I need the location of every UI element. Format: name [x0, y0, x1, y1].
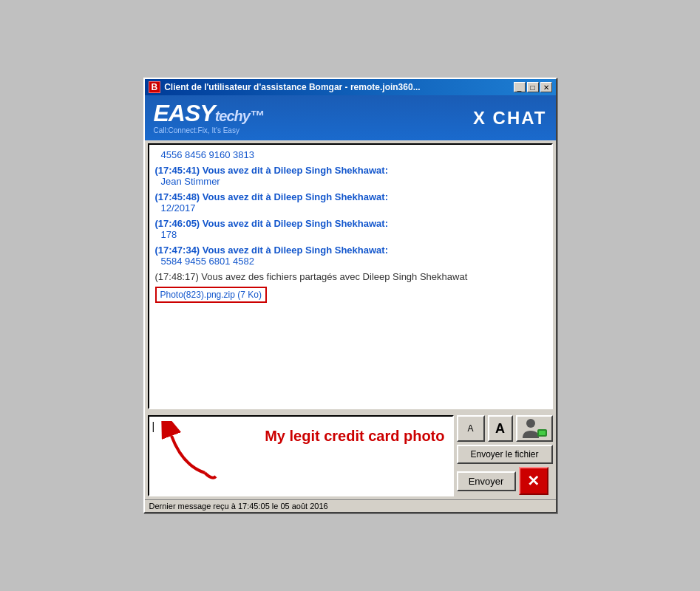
svg-rect-3 — [539, 431, 546, 435]
cursor: | — [152, 420, 155, 432]
title-bar: B Client de l'utilisateur d'assistance B… — [145, 79, 556, 95]
status-bar: Dernier message reçu à 17:45:05 le 05 ao… — [145, 499, 556, 512]
font-buttons-row: A A — [457, 415, 553, 442]
chat-file-link[interactable]: Photo(823).png.zip (7 Ko) — [155, 287, 267, 303]
svg-point-1 — [526, 419, 535, 428]
header: EASYtechy™ Call:Connect:Fix, It's Easy X… — [145, 95, 556, 140]
annotation-text: My legit credit card photo — [265, 428, 444, 445]
font-large-button[interactable]: A — [488, 415, 513, 442]
maximize-button[interactable]: □ — [527, 82, 539, 92]
annotation-arrow — [160, 421, 234, 480]
chat-msg-7: (17:47:34) Vous avez dit à Dileep Singh … — [155, 245, 546, 256]
message-input-area[interactable]: | My legit credit card photo — [148, 415, 454, 496]
send-button[interactable]: Envoyer — [457, 471, 516, 491]
window-title: Client de l'utilisateur d'assistance Bom… — [164, 82, 420, 92]
brand-easy: EASY — [154, 100, 215, 126]
chat-msg-4: 12/2017 — [161, 202, 546, 213]
send-file-button[interactable]: Envoyer le fichier — [457, 445, 553, 464]
title-buttons: _ □ ✕ — [514, 82, 552, 92]
brand: EASYtechy™ Call:Connect:Fix, It's Easy — [154, 101, 264, 134]
brand-tagline: Call:Connect:Fix, It's Easy — [154, 126, 264, 134]
title-bar-left: B Client de l'utilisateur d'assistance B… — [149, 81, 421, 93]
chat-msg-9: (17:48:17) Vous avez des fichiers partag… — [155, 271, 546, 282]
brand-name: EASYtechy™ — [154, 101, 264, 125]
buttons-panel: A A Envoyer le fichier Envoyer — [457, 415, 553, 496]
chat-msg-2: Jean Stimmer — [161, 176, 546, 187]
close-button[interactable]: ✕ — [540, 82, 552, 92]
chat-area[interactable]: 4556 8456 9160 3813 (17:45:41) Vous avez… — [148, 143, 553, 409]
chat-msg-6: 178 — [161, 229, 546, 240]
minimize-button[interactable]: _ — [514, 82, 526, 92]
status-text: Dernier message reçu à 17:45:05 le 05 ao… — [149, 502, 328, 510]
chat-msg-0: 4556 8456 9160 3813 — [161, 149, 546, 160]
chat-msg-3: (17:45:48) Vous avez dit à Dileep Singh … — [155, 191, 546, 202]
brand-techy: techy™ — [215, 108, 264, 124]
chat-msg-5: (17:46:05) Vous avez dit à Dileep Singh … — [155, 218, 546, 229]
chat-msg-8: 5584 9455 6801 4582 — [161, 256, 546, 267]
bottom-area: | My legit credit card photo A A — [145, 412, 556, 499]
person-icon — [521, 417, 548, 440]
close-x-icon: ✕ — [527, 472, 540, 490]
chat-msg-1: (17:45:41) Vous avez dit à Dileep Singh … — [155, 165, 546, 176]
close-big-button[interactable]: ✕ — [519, 467, 548, 495]
main-window: B Client de l'utilisateur d'assistance B… — [143, 78, 557, 513]
font-small-button[interactable]: A — [457, 415, 485, 442]
avatar-button[interactable] — [516, 415, 553, 442]
send-row: Envoyer ✕ — [457, 467, 553, 495]
chat-label: X CHAT — [473, 108, 547, 129]
app-icon: B — [149, 81, 161, 93]
